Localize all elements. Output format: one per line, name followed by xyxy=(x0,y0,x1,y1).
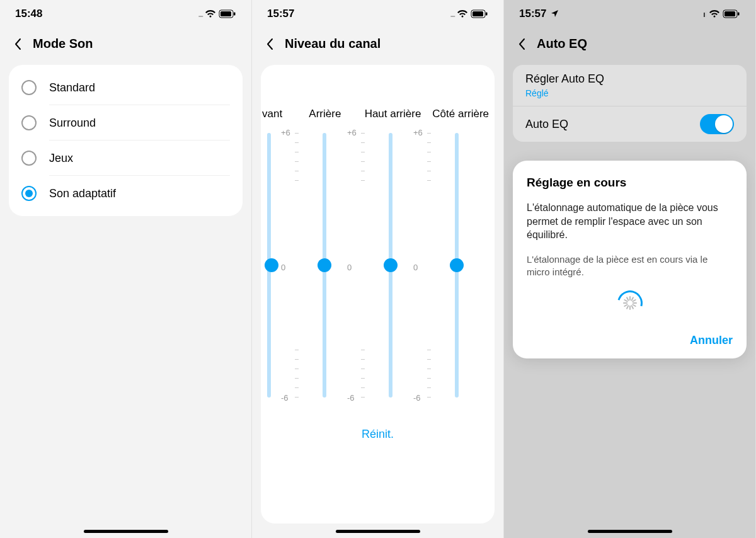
channel-name: vant xyxy=(261,108,291,120)
back-button[interactable] xyxy=(513,38,530,50)
status-time: 15:57 xyxy=(267,8,294,20)
scale-max: +6 xyxy=(347,128,357,137)
slider-area: +6 0 -6 +6 0 -6 xyxy=(261,127,495,404)
slider-track xyxy=(323,133,326,398)
page-header: Auto EQ xyxy=(504,25,755,65)
settings-group: Régler Auto EQ Réglé Auto EQ xyxy=(513,65,747,142)
svg-rect-7 xyxy=(724,11,735,16)
radio-icon xyxy=(21,151,37,166)
wifi-icon xyxy=(205,9,216,18)
battery-icon xyxy=(471,9,488,18)
spinner-wrap xyxy=(527,290,733,316)
option-label: Standard xyxy=(49,81,95,94)
slider-track xyxy=(389,133,392,398)
page-header: Mode Son xyxy=(0,25,251,65)
scale-min: -6 xyxy=(413,393,421,403)
back-button[interactable] xyxy=(261,38,278,50)
loading-spinner-icon xyxy=(617,290,643,316)
slider-track xyxy=(455,133,459,398)
radio-icon-selected xyxy=(21,186,37,201)
status-bar: 15:57 .... xyxy=(252,0,503,25)
svg-rect-2 xyxy=(234,13,236,16)
battery-icon xyxy=(723,9,740,18)
screen-channel-level: 15:57 .... Niveau du canal vant Arrière … xyxy=(252,0,504,538)
screen-auto-eq: 15:57 .ıll Auto EQ Régler Auto EQ Réglé … xyxy=(504,0,756,538)
chevron-left-icon xyxy=(14,38,21,50)
option-jeux[interactable]: Jeux xyxy=(9,140,243,176)
toggle-label: Auto EQ xyxy=(525,118,568,131)
screen-sound-mode: 15:48 .... Mode Son Standard Surround Je… xyxy=(0,0,252,538)
modal-subtext: L'étalonnage de la pièce est en cours vi… xyxy=(527,253,733,279)
page-title: Mode Son xyxy=(33,37,93,51)
slider-track xyxy=(267,133,271,398)
wifi-icon xyxy=(457,9,468,18)
slider-handle[interactable] xyxy=(384,258,398,272)
option-surround[interactable]: Surround xyxy=(9,105,243,140)
page-header: Niveau du canal xyxy=(252,25,503,65)
setting-subtitle: Réglé xyxy=(525,88,734,98)
setting-regler-auto-eq[interactable]: Régler Auto EQ Réglé xyxy=(513,65,747,106)
chevron-left-icon xyxy=(518,38,525,50)
scale-min: -6 xyxy=(347,393,355,403)
channel-name: Haut arrière xyxy=(359,108,427,120)
home-indicator[interactable] xyxy=(588,530,672,533)
option-standard[interactable]: Standard xyxy=(9,70,243,105)
option-label: Surround xyxy=(49,117,96,130)
status-bar: 15:57 .ıll xyxy=(504,0,755,25)
calibration-modal: Réglage en cours L'étalonnage automatiqu… xyxy=(513,161,747,358)
option-adaptive[interactable]: Son adaptatif xyxy=(9,176,243,211)
channel-headers: vant Arrière Haut arrière Côté arrière xyxy=(261,70,495,127)
slider-cote-arriere[interactable]: +6 0 -6 xyxy=(423,127,490,404)
channel-name: Côté arrière xyxy=(427,108,495,120)
sound-mode-list: Standard Surround Jeux Son adaptatif xyxy=(9,65,243,216)
status-icons: .... xyxy=(450,9,488,19)
radio-icon xyxy=(21,115,37,130)
chevron-left-icon xyxy=(266,38,273,50)
slider-handle[interactable] xyxy=(318,258,331,272)
modal-title: Réglage en cours xyxy=(527,176,733,190)
wifi-icon xyxy=(709,9,720,18)
page-title: Auto EQ xyxy=(537,37,587,51)
status-time: 15:57 xyxy=(519,8,559,20)
modal-text: L'étalonnage automatique de la pièce vou… xyxy=(527,201,733,242)
channel-name: Arrière xyxy=(291,108,359,120)
signal-dots-icon: .ıll xyxy=(702,9,706,19)
svg-rect-4 xyxy=(472,11,483,16)
radio-icon xyxy=(21,80,37,95)
slider-handle[interactable] xyxy=(450,258,464,272)
signal-dots-icon: .... xyxy=(450,9,454,19)
signal-dots-icon: .... xyxy=(198,9,202,19)
status-time: 15:48 xyxy=(15,8,42,20)
svg-rect-5 xyxy=(486,13,488,16)
status-icons: .... xyxy=(198,9,236,19)
scale-mid: 0 xyxy=(413,263,418,272)
scale-max: +6 xyxy=(281,128,290,137)
scale-min: -6 xyxy=(281,393,289,403)
auto-eq-toggle[interactable] xyxy=(700,114,734,134)
svg-rect-8 xyxy=(738,13,740,16)
scale-max: +6 xyxy=(413,128,423,137)
location-icon xyxy=(551,9,559,18)
status-bar: 15:48 .... xyxy=(0,0,251,25)
scale-mid: 0 xyxy=(347,263,352,272)
slider-vant[interactable] xyxy=(266,127,291,404)
status-time-text: 15:57 xyxy=(519,8,546,20)
battery-icon xyxy=(219,9,236,18)
scale-mid: 0 xyxy=(281,263,285,272)
back-button[interactable] xyxy=(9,38,26,50)
cancel-button[interactable]: Annuler xyxy=(527,334,733,347)
page-title: Niveau du canal xyxy=(285,37,381,51)
setting-auto-eq-toggle-row: Auto EQ xyxy=(513,106,747,142)
svg-rect-1 xyxy=(220,11,231,16)
option-label: Son adaptatif xyxy=(49,187,116,200)
reset-button[interactable]: Réinit. xyxy=(261,428,495,441)
slider-handle[interactable] xyxy=(265,258,278,272)
status-icons: .ıll xyxy=(702,9,740,19)
option-label: Jeux xyxy=(49,152,73,165)
home-indicator[interactable] xyxy=(336,530,420,533)
setting-title: Régler Auto EQ xyxy=(525,72,734,86)
channel-card: vant Arrière Haut arrière Côté arrière +… xyxy=(261,65,495,524)
home-indicator[interactable] xyxy=(84,530,168,533)
